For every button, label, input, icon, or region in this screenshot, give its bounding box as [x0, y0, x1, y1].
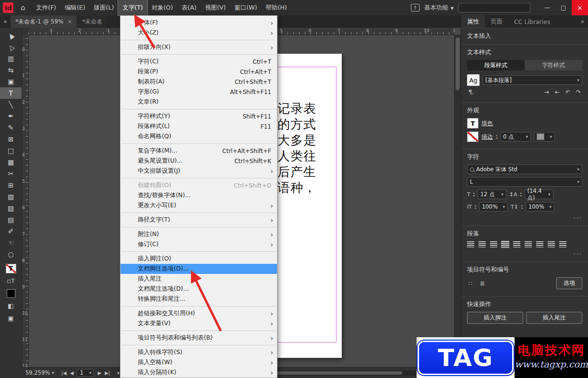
- justify-right-icon[interactable]: [525, 241, 532, 248]
- minimize-button[interactable]: —: [539, 0, 555, 15]
- document-tab-1[interactable]: *未命名: [77, 15, 108, 28]
- fill-color-icon[interactable]: T: [467, 118, 479, 129]
- type-tool[interactable]: T: [0, 87, 22, 99]
- rectangle-tool[interactable]: □: [0, 145, 22, 156]
- search-input[interactable]: [458, 3, 530, 12]
- tab-pages[interactable]: 页面: [485, 15, 508, 28]
- font-style-select[interactable]: L: [467, 177, 582, 187]
- share-icon[interactable]: ↑: [411, 4, 420, 12]
- stepper-icon[interactable]: [475, 204, 476, 210]
- tab-close-icon[interactable]: ×: [67, 18, 72, 25]
- type-menu-item-37[interactable]: 项目符号列表和编号列表(B)›: [120, 333, 277, 343]
- menubar-item-6[interactable]: 视图(V): [201, 0, 230, 15]
- type-menu-item-5[interactable]: 字符(C)Ctrl+T: [120, 57, 277, 67]
- vertical-scrollbar[interactable]: [454, 35, 461, 367]
- type-menu-item-39[interactable]: 插入特殊字符(S)›: [120, 347, 277, 357]
- type-menu-item-19[interactable]: 创建轮廓(O)Ctrl+Shift+O: [120, 180, 277, 190]
- panel-chevrons-icon[interactable]: »: [0, 15, 11, 28]
- first-page-button[interactable]: |◀: [61, 370, 67, 376]
- type-menu-item-26[interactable]: 修订(C)›: [120, 239, 277, 249]
- menubar-item-3[interactable]: 文字(T): [118, 0, 147, 15]
- font-size-select[interactable]: 12 点: [478, 189, 506, 199]
- scissors-tool[interactable]: ✂: [0, 168, 22, 179]
- stroke-label[interactable]: 描边: [481, 133, 493, 141]
- type-menu-item-31[interactable]: 文档尾注选项(D)...: [120, 284, 277, 294]
- numbered-list-icon[interactable]: ≣: [479, 280, 486, 287]
- type-menu-item-0[interactable]: 字体(F)›: [120, 18, 277, 28]
- type-menu-item-3[interactable]: 排版方向(X)›: [120, 42, 277, 52]
- insert-endnote-button[interactable]: 插入尾注: [526, 312, 582, 324]
- last-page-button[interactable]: ▶|: [105, 370, 110, 376]
- formatting-affects-text[interactable]: ▫T: [0, 275, 22, 287]
- type-menu-item-15[interactable]: 复合字体(M)...Ctrl+Alt+Shift+F: [120, 146, 277, 156]
- menubar-item-4[interactable]: 对象(O): [147, 0, 178, 15]
- type-menu-item-23[interactable]: 路径文字(T)›: [120, 215, 277, 225]
- stepper-icon[interactable]: [521, 204, 523, 210]
- eyedropper-tool[interactable]: ✐: [0, 225, 22, 237]
- paragraph-mark-icon[interactable]: ¶,: [467, 89, 475, 95]
- menubar-item-7[interactable]: 窗口(W): [230, 0, 261, 15]
- page-text[interactable]: 记录表的方式大多是人类往后产生语种，: [277, 101, 316, 196]
- menubar-item-1[interactable]: 编辑(E): [60, 0, 90, 15]
- tab-cc-libraries[interactable]: CC Libraries: [508, 15, 556, 28]
- align-left-icon[interactable]: [467, 241, 474, 248]
- type-menu-item-12[interactable]: 段落样式(L)F11: [120, 121, 277, 131]
- fill-stroke-proxy[interactable]: T: [6, 264, 16, 273]
- stroke-color-icon[interactable]: [467, 131, 479, 142]
- type-menu-item-34[interactable]: 超链接和交叉引用(H)›: [120, 308, 277, 319]
- style-options-icon[interactable]: ↷: [575, 89, 582, 95]
- justify-left-icon[interactable]: [502, 241, 509, 248]
- type-menu-item-17[interactable]: 中文排版设置(J)›: [120, 166, 277, 176]
- redefine-style-icon[interactable]: ↶: [564, 89, 572, 95]
- clear-override-icon[interactable]: ⇤: [553, 89, 561, 95]
- type-menu-item-21[interactable]: 更改大小写(E)›: [120, 201, 277, 211]
- bullet-options-button[interactable]: 选项: [556, 277, 582, 289]
- align-away-spine-icon[interactable]: [559, 241, 566, 248]
- type-menu-item-25[interactable]: 附注(N)›: [120, 229, 277, 239]
- rectangle-frame-tool[interactable]: ⊠: [0, 133, 22, 145]
- more-options-button[interactable]: ···: [467, 214, 582, 222]
- type-menu-item-11[interactable]: 字符样式(Y)Shift+F11: [120, 111, 277, 121]
- insert-footnote-button[interactable]: 插入脚注: [467, 312, 523, 324]
- previous-page-button[interactable]: ◀: [70, 370, 74, 376]
- vertical-scrollbar-thumb[interactable]: [456, 37, 460, 90]
- type-menu-item-9[interactable]: 文章(R): [120, 97, 277, 107]
- gradient-swatch-tool[interactable]: ▧: [0, 191, 22, 202]
- type-menu-item-40[interactable]: 插入空格(W)›: [120, 357, 277, 367]
- align-right-icon[interactable]: [490, 241, 497, 248]
- stroke-color-select[interactable]: [534, 132, 555, 142]
- type-menu-item-6[interactable]: 段落(P)Ctrl+Alt+T: [120, 67, 277, 77]
- justify-center-icon[interactable]: [513, 241, 520, 248]
- menubar-item-5[interactable]: 表(A): [177, 0, 201, 15]
- justify-all-icon[interactable]: [536, 241, 543, 248]
- type-menu-item-41[interactable]: 插入分隔符(K)›: [120, 367, 277, 378]
- zoom-tool[interactable]: ○: [0, 248, 22, 260]
- collapse-panel-icon[interactable]: »: [577, 15, 588, 28]
- close-button[interactable]: ×: [572, 0, 588, 15]
- type-menu-item-8[interactable]: 字形(G)Alt+Shift+F11: [120, 87, 277, 97]
- type-menu-item-29[interactable]: 文档脚注选项(D)...: [120, 264, 277, 274]
- stroke-weight-select[interactable]: 0 点: [500, 132, 531, 142]
- page-number-select[interactable]: 1: [77, 369, 94, 377]
- type-menu-item-1[interactable]: 大小(Z)›: [120, 28, 277, 38]
- horizontal-scale-select[interactable]: 100%: [526, 202, 554, 212]
- next-page-button[interactable]: ▶: [97, 370, 101, 376]
- grid-tool[interactable]: ▦: [0, 156, 22, 168]
- type-menu-item-35[interactable]: 文本变量(V)›: [120, 319, 277, 329]
- line-tool[interactable]: ╲: [0, 99, 22, 110]
- home-icon[interactable]: ⌂: [17, 3, 29, 12]
- maximize-button[interactable]: □: [555, 0, 572, 15]
- tab-character-styles[interactable]: 字符样式: [525, 60, 582, 71]
- vertical-scale-select[interactable]: 100%: [479, 202, 508, 212]
- pen-tool[interactable]: ✒: [0, 110, 22, 122]
- type-menu-item-32[interactable]: 转换脚注和尾注...: [120, 294, 277, 304]
- menubar-item-8[interactable]: 帮助(H): [262, 0, 291, 15]
- type-menu-item-13[interactable]: 命名网格(Q): [120, 131, 277, 142]
- note-tool[interactable]: ▤: [0, 214, 22, 225]
- style-override-icon[interactable]: ⇥: [543, 89, 551, 95]
- type-menu-item-20[interactable]: 查找/替换字体(N)...: [120, 190, 277, 201]
- fill-color-swatch[interactable]: [7, 289, 15, 298]
- more-options-button[interactable]: ···: [467, 250, 582, 258]
- leading-select[interactable]: (14.4 点): [525, 189, 553, 199]
- preflight-menu-icon[interactable]: ▾: [117, 370, 120, 376]
